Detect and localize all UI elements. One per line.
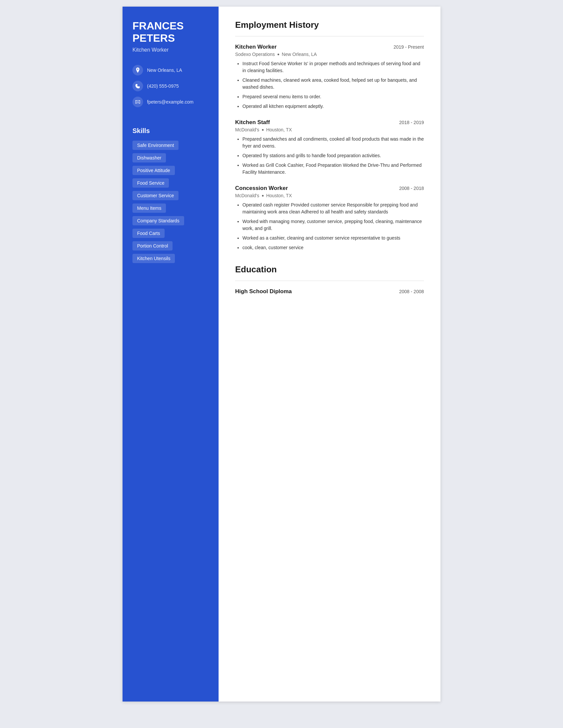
company-name: McDonald's [235, 127, 259, 132]
list-item: Instruct Food Service Worker Is' in prop… [242, 60, 424, 74]
education-heading: Education [235, 264, 424, 275]
list-item: Prepared sandwiches and all condiments, … [242, 136, 424, 150]
job-bullets: Instruct Food Service Worker Is' in prop… [235, 60, 424, 110]
job-company: McDonald'sHouston, TX [235, 127, 424, 132]
sidebar: FRANCES PETERS Kitchen Worker New Orlean… [122, 7, 218, 702]
edu-block: High School Diploma2008 - 2008 [235, 288, 424, 295]
company-dot [262, 129, 263, 131]
employment-heading: Employment History [235, 20, 424, 30]
job-block: Concession Worker2008 - 2018McDonald'sHo… [235, 185, 424, 251]
candidate-title: Kitchen Worker [132, 47, 209, 53]
email-icon [132, 97, 143, 107]
job-title: Kitchen Worker [235, 44, 276, 50]
phone-item: (420) 555-0975 [132, 81, 209, 91]
skill-tag: Safe Environment [132, 141, 178, 150]
candidate-name: FRANCES PETERS [132, 20, 209, 44]
first-name: FRANCES [132, 20, 184, 32]
list-item: Operated fry stations and grills to hand… [242, 152, 424, 159]
main-content: Employment History Kitchen Worker2019 - … [218, 7, 441, 702]
list-item: Worked with managing money, customer ser… [242, 218, 424, 232]
skill-tag: Menu Items [132, 204, 166, 213]
job-company: Sodexo OperationsNew Orleans, LA [235, 52, 424, 57]
education-section: Education High School Diploma2008 - 2008 [235, 264, 424, 295]
skill-tag: Food Carts [132, 229, 164, 238]
list-item: Worked as a cashier, cleaning and custom… [242, 235, 424, 242]
company-dot [277, 54, 279, 55]
company-dot [262, 195, 263, 197]
list-item: Operated all kitchen equipment adeptly. [242, 103, 424, 110]
education-container: High School Diploma2008 - 2008 [235, 288, 424, 295]
company-location: Houston, TX [266, 127, 292, 132]
job-header: Concession Worker2008 - 2018 [235, 185, 424, 192]
company-name: Sodexo Operations [235, 52, 275, 57]
last-name: PETERS [132, 32, 175, 44]
education-divider [235, 281, 424, 281]
phone-icon [132, 81, 143, 91]
job-block: Kitchen Worker2019 - PresentSodexo Opera… [235, 44, 424, 110]
location-text: New Orleans, LA [147, 68, 182, 73]
job-dates: 2008 - 2018 [399, 186, 424, 191]
company-location: Houston, TX [266, 193, 292, 198]
list-item: Cleaned machines, cleaned work area, coo… [242, 77, 424, 91]
job-title: Kitchen Staff [235, 119, 270, 126]
skill-tag: Positive Attitude [132, 166, 175, 175]
skill-tag: Dishwasher [132, 153, 166, 162]
skills-heading: Skills [132, 127, 209, 135]
skill-tag: Company Standards [132, 216, 184, 225]
job-bullets: Prepared sandwiches and all condiments, … [235, 136, 424, 176]
job-dates: 2019 - Present [394, 44, 424, 50]
job-header: Kitchen Worker2019 - Present [235, 44, 424, 50]
skills-section: Skills Safe EnvironmentDishwasherPositiv… [132, 127, 209, 263]
edu-degree: High School Diploma [235, 288, 292, 295]
company-location: New Orleans, LA [282, 52, 317, 57]
contact-section: New Orleans, LA (420) 555-0975 fpeters@e… [132, 65, 209, 107]
company-name: McDonald's [235, 193, 259, 198]
list-item: Worked as Grill Cook Cashier, Food Prepa… [242, 162, 424, 176]
phone-text: (420) 555-0975 [147, 83, 179, 89]
location-item: New Orleans, LA [132, 65, 209, 75]
job-bullets: Operated cash register Provided customer… [235, 202, 424, 251]
skills-list: Safe EnvironmentDishwasherPositive Attit… [132, 141, 209, 263]
resume-container: FRANCES PETERS Kitchen Worker New Orlean… [122, 7, 441, 702]
list-item: Operated cash register Provided customer… [242, 202, 424, 215]
location-icon [132, 65, 143, 75]
edu-dates: 2008 - 2008 [399, 289, 424, 294]
jobs-container: Kitchen Worker2019 - PresentSodexo Opera… [235, 44, 424, 251]
employment-divider [235, 36, 424, 36]
job-title: Concession Worker [235, 185, 288, 192]
email-item: fpeters@example.com [132, 97, 209, 107]
job-header: Kitchen Staff2018 - 2019 [235, 119, 424, 126]
employment-section: Employment History Kitchen Worker2019 - … [235, 20, 424, 251]
job-block: Kitchen Staff2018 - 2019McDonald'sHousto… [235, 119, 424, 176]
job-dates: 2018 - 2019 [399, 120, 424, 125]
skill-tag: Customer Service [132, 191, 178, 200]
job-company: McDonald'sHouston, TX [235, 193, 424, 198]
skill-tag: Food Service [132, 178, 169, 188]
skill-tag: Portion Control [132, 241, 172, 250]
list-item: Prepared several menu items to order. [242, 93, 424, 100]
email-text: fpeters@example.com [147, 99, 193, 105]
skill-tag: Kitchen Utensils [132, 254, 175, 263]
list-item: cook, clean, customer service [242, 244, 424, 251]
